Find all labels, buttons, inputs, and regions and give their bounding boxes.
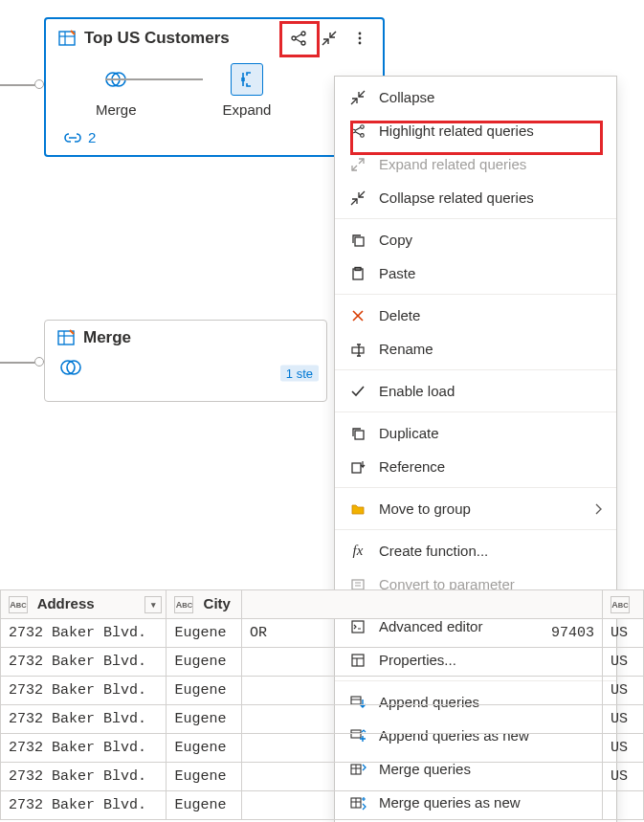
column-header-country[interactable]: ABC [602, 590, 643, 619]
more-icon[interactable] [348, 27, 371, 50]
column-header-address[interactable]: ABC Address ▾ [1, 590, 167, 619]
check-icon [348, 382, 367, 401]
svg-rect-31 [355, 237, 364, 246]
table-row[interactable]: 2732 Baker Blvd.EugeneOR 97403US [1, 619, 644, 648]
highlight-box-header-icon [279, 21, 320, 57]
table-icon [57, 29, 77, 48]
svg-line-8 [322, 39, 328, 45]
data-table: ABC Address ▾ ABC City ABC 2732 Baker Bl… [0, 589, 644, 822]
cell-hidden [241, 763, 602, 791]
cell-country: US [602, 705, 643, 734]
menu-label: Collapse related queries [379, 189, 534, 206]
cell-address: 2732 Baker Blvd. [1, 734, 167, 763]
cell-hidden [241, 677, 602, 705]
svg-line-9 [330, 32, 336, 37]
rename-icon [348, 340, 367, 359]
cell-address: 2732 Baker Blvd. [1, 619, 167, 648]
highlight-box-menu-item [350, 121, 603, 155]
step-label: Merge [96, 101, 137, 118]
node-title: Top US Customers [84, 29, 279, 48]
cell-city: Eugene [167, 791, 242, 820]
duplicate-icon [348, 424, 367, 443]
type-text-icon: ABC [174, 596, 193, 613]
query-node-merge[interactable]: Merge 1 ste [44, 320, 327, 402]
chevron-down-icon[interactable]: ▾ [144, 596, 162, 613]
chevron-right-icon [593, 503, 603, 515]
table-row[interactable]: 2732 Baker Blvd.EugeneUS [1, 734, 644, 763]
menu-move-to-group[interactable]: Move to group [335, 492, 616, 525]
menu-copy[interactable]: Copy [335, 223, 616, 256]
cell-address: 2732 Baker Blvd. [1, 705, 167, 734]
cell-city: Eugene [167, 705, 242, 734]
menu-label: Reference [379, 458, 445, 475]
step-label: Expand [223, 101, 272, 118]
cell-country [602, 791, 643, 820]
menu-duplicate[interactable]: Duplicate [335, 416, 616, 450]
svg-point-11 [359, 37, 362, 40]
svg-line-20 [351, 99, 357, 104]
svg-rect-36 [352, 347, 364, 353]
menu-rename[interactable]: Rename [335, 332, 616, 366]
collapse-icon[interactable] [318, 27, 341, 50]
cell-city: Eugene [167, 619, 242, 648]
column-label: Address [37, 595, 95, 611]
cell-address: 2732 Baker Blvd. [1, 763, 167, 791]
cell-hidden: OR 97403 [241, 619, 602, 648]
menu-label: Copy [379, 232, 412, 248]
table-icon [56, 328, 76, 347]
step-expand[interactable]: Expand [223, 63, 272, 118]
table-row[interactable]: 2732 Baker Blvd.Eugene [1, 791, 644, 820]
menu-label: Paste [379, 265, 415, 281]
svg-point-12 [359, 42, 362, 45]
svg-line-30 [359, 191, 365, 197]
menu-enable-load[interactable]: Enable load [335, 374, 616, 408]
menu-label: Expand related queries [379, 156, 526, 172]
folder-icon [348, 500, 367, 519]
menu-label: Duplicate [379, 425, 439, 441]
svg-rect-38 [355, 431, 364, 439]
paste-icon [348, 264, 367, 283]
linked-count: 2 [88, 129, 96, 145]
menu-label: Delete [379, 307, 420, 323]
steps-badge: 1 ste [280, 365, 319, 381]
menu-label: Create function... [379, 543, 488, 559]
table-row[interactable]: 2732 Baker Blvd.EugeneUS [1, 705, 644, 734]
column-header-city[interactable]: ABC City [167, 590, 242, 619]
svg-rect-15 [58, 331, 74, 344]
delete-icon [348, 306, 367, 325]
svg-line-28 [352, 166, 357, 170]
menu-collapse-related[interactable]: Collapse related queries [335, 181, 616, 214]
cell-address: 2732 Baker Blvd. [1, 791, 167, 820]
node-title: Merge [83, 328, 315, 347]
step-merge[interactable]: Merge [96, 63, 137, 118]
table-row[interactable]: 2732 Baker Blvd.EugeneUS [1, 677, 644, 705]
cell-country: US [602, 734, 643, 763]
cell-address: 2732 Baker Blvd. [1, 648, 167, 677]
menu-label: Rename [379, 341, 433, 357]
type-text-icon: ABC [611, 596, 630, 613]
cell-country: US [602, 648, 643, 677]
svg-rect-39 [352, 463, 361, 473]
table-row[interactable]: 2732 Baker Blvd.EugeneUS [1, 648, 644, 677]
menu-reference[interactable]: Reference [335, 450, 616, 483]
reference-icon [348, 457, 367, 477]
cell-hidden [241, 734, 602, 763]
expand-icon [348, 155, 367, 174]
column-label: City [204, 595, 231, 611]
menu-create-function[interactable]: fx Create function... [335, 534, 616, 567]
menu-delete[interactable]: Delete [335, 299, 616, 332]
menu-label: Enable load [379, 383, 455, 399]
cell-hidden [241, 791, 602, 820]
svg-rect-0 [59, 32, 75, 45]
column-header-hidden[interactable] [241, 590, 602, 619]
menu-collapse[interactable]: Collapse [335, 80, 616, 114]
menu-paste[interactable]: Paste [335, 256, 616, 290]
cell-country: US [602, 619, 643, 648]
menu-label: Move to group [379, 500, 471, 517]
svg-rect-40 [352, 580, 364, 589]
svg-line-21 [359, 91, 365, 97]
collapse-icon [348, 189, 367, 208]
table-row[interactable]: 2732 Baker Blvd.EugeneUS [1, 763, 644, 791]
menu-label: Collapse [379, 89, 434, 105]
cell-city: Eugene [167, 734, 242, 763]
